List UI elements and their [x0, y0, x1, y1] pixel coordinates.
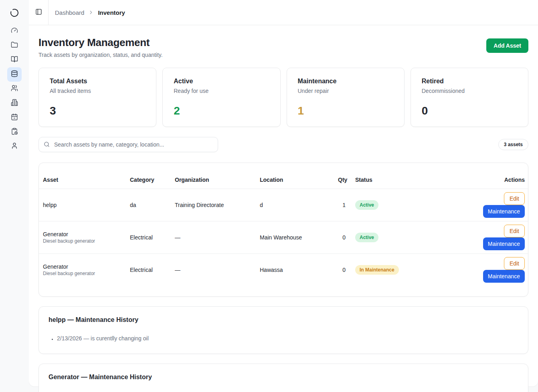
database-icon	[11, 70, 18, 79]
search-input[interactable]	[38, 137, 218, 152]
user-icon	[11, 142, 18, 151]
breadcrumb-inventory: Inventory	[98, 9, 125, 16]
asset-organization: Training Directorate	[171, 189, 256, 221]
sidebar-item-library[interactable]	[7, 53, 22, 67]
table-row: Generator Diesel backup generator Electr…	[39, 254, 528, 286]
history-card-title: Generator — Maintenance History	[49, 374, 518, 381]
sidebar-item-schedule[interactable]	[7, 111, 22, 125]
asset-organization: —	[171, 221, 256, 254]
history-entries: 2/13/2026 — is curentlly changing oil	[49, 334, 518, 343]
search-box	[38, 137, 218, 152]
stat-title: Retired	[422, 78, 517, 85]
sidebar-item-projects[interactable]	[7, 38, 22, 53]
history-card-title: helpp — Maintenance History	[49, 316, 518, 324]
app-logo-icon	[10, 8, 19, 18]
book-open-icon	[11, 56, 18, 64]
asset-count-badge: 3 assets	[498, 139, 528, 150]
breadcrumb: Dashboard Inventory	[55, 9, 125, 16]
stat-subtitle: Under repair	[298, 88, 393, 94]
stat-card-active: Active Ready for use 2	[162, 68, 280, 127]
status-badge: In Maintenance	[355, 265, 399, 275]
asset-qty: 0	[334, 221, 351, 254]
page-title: Inventory Management	[38, 36, 163, 49]
edit-button[interactable]: Edit	[504, 257, 525, 270]
asset-name: Generator	[43, 231, 122, 237]
column-header-actions: Actions	[455, 163, 528, 189]
asset-category: Electrical	[126, 221, 171, 254]
column-header-location: Location	[256, 163, 334, 189]
stat-subtitle: All tracked items	[50, 88, 145, 94]
asset-category: Electrical	[126, 254, 171, 286]
sidebar-item-people[interactable]	[7, 82, 22, 96]
stat-cards: Total Assets All tracked items 3 Active …	[38, 68, 528, 127]
stat-value: 3	[50, 105, 145, 117]
add-asset-button[interactable]: Add Asset	[486, 38, 528, 53]
stat-card-maintenance: Maintenance Under repair 1	[287, 68, 405, 127]
stat-subtitle: Decommissioned	[422, 88, 517, 94]
topbar: Dashboard Inventory	[29, 0, 538, 25]
gauge-icon	[11, 27, 18, 36]
maintenance-button[interactable]: Maintenance	[483, 270, 525, 283]
sidebar-item-inventory[interactable]	[7, 67, 22, 82]
status-badge: Active	[355, 200, 378, 210]
edit-button[interactable]: Edit	[504, 192, 525, 205]
stat-card-retired: Retired Decommissioned 0	[411, 68, 528, 127]
stat-title: Active	[174, 78, 269, 85]
search-row: 3 assets	[38, 137, 528, 152]
breadcrumb-dashboard[interactable]: Dashboard	[55, 9, 84, 16]
asset-qty: 0	[334, 254, 351, 286]
panel-left-icon	[35, 8, 42, 16]
asset-location: Main Warehouse	[256, 221, 334, 254]
sidebar-item-dashboard[interactable]	[7, 24, 22, 38]
stat-subtitle: Ready for use	[174, 88, 269, 94]
column-header-category: Category	[126, 163, 171, 189]
asset-description: Diesel backup generator	[43, 238, 122, 244]
sidebar-item-reports[interactable]	[7, 125, 22, 139]
page-subtitle: Track assets by organization, status, an…	[38, 52, 163, 58]
column-header-asset: Asset	[39, 163, 126, 189]
chevron-right-icon	[88, 10, 94, 15]
sidebar-item-profile[interactable]	[7, 139, 22, 154]
clipboard-clock-icon	[11, 128, 18, 137]
stat-value: 2	[174, 105, 269, 117]
page-header: Inventory Management Track assets by org…	[38, 36, 528, 58]
calendar-icon	[11, 113, 18, 122]
stat-title: Maintenance	[298, 78, 393, 85]
sidebar-toggle-button[interactable]	[29, 0, 48, 25]
history-entry: 2/13/2026 — is curentlly changing oil	[57, 334, 518, 343]
asset-location: d	[256, 189, 334, 221]
assets-table-card: Asset Category Organization Location Qty…	[38, 163, 528, 297]
stat-card-total-assets: Total Assets All tracked items 3	[38, 68, 156, 127]
asset-qty: 1	[334, 189, 351, 221]
maintenance-button[interactable]: Maintenance	[483, 237, 525, 250]
asset-description: Diesel backup generator	[43, 271, 122, 276]
icon-rail	[0, 0, 29, 392]
asset-organization: —	[171, 254, 256, 286]
column-header-status: Status	[351, 163, 455, 189]
assets-table: Asset Category Organization Location Qty…	[39, 163, 528, 286]
sidebar-item-organizations[interactable]	[7, 96, 22, 111]
column-header-qty: Qty	[334, 163, 351, 189]
status-badge: Active	[355, 233, 378, 242]
column-header-organization: Organization	[171, 163, 256, 189]
asset-name: helpp	[43, 202, 122, 208]
maintenance-button[interactable]: Maintenance	[483, 205, 525, 218]
folder-icon	[11, 41, 18, 50]
asset-location: Hawassa	[256, 254, 334, 286]
stat-value: 1	[298, 105, 393, 117]
asset-name: Generator	[43, 263, 122, 270]
main-panel: Dashboard Inventory Inventory Management…	[29, 0, 538, 386]
stat-value: 0	[422, 105, 517, 117]
table-header-row: Asset Category Organization Location Qty…	[39, 163, 528, 189]
table-row: helpp da Training Directorate d 1 Active…	[39, 189, 528, 221]
topbar-divider	[48, 0, 49, 25]
table-row: Generator Diesel backup generator Electr…	[39, 221, 528, 254]
stat-title: Total Assets	[50, 78, 145, 85]
asset-category: da	[126, 189, 171, 221]
users-icon	[11, 84, 18, 93]
maintenance-history-card-helpp: helpp — Maintenance History 2/13/2026 — …	[38, 306, 528, 354]
edit-button[interactable]: Edit	[504, 225, 525, 237]
building-icon	[11, 99, 18, 108]
maintenance-history-card-generator: Generator — Maintenance History 12/26/20…	[38, 364, 528, 392]
